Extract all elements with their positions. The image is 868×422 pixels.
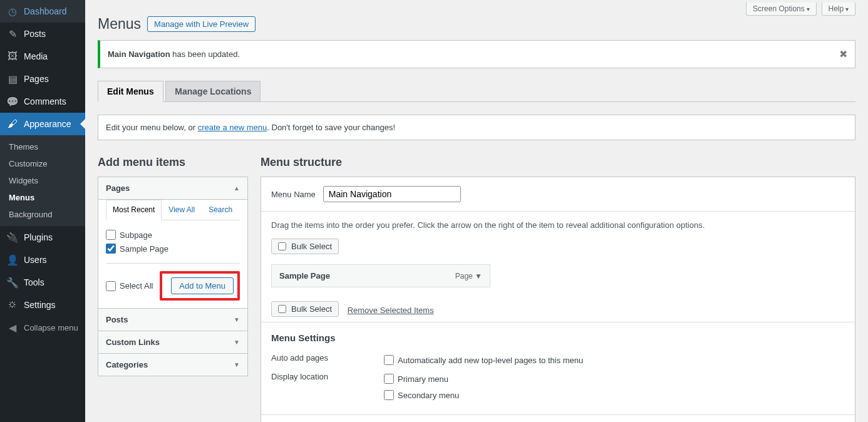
annotation-highlight: Add to Menu — [160, 271, 240, 301]
help-button[interactable]: Help — [822, 3, 855, 16]
nav-plugins[interactable]: 🔌Plugins — [0, 226, 85, 249]
nav-pages[interactable]: ▤Pages — [0, 68, 85, 90]
subtab-most-recent[interactable]: Most Recent — [106, 200, 162, 220]
admin-sidebar: ◷Dashboard ✎Posts 🖾Media ▤Pages 💬Comment… — [0, 0, 85, 422]
nav-tools[interactable]: 🔧Tools — [0, 271, 85, 294]
chevron-up-icon: ▲ — [234, 185, 240, 192]
collapse-icon: ◀ — [6, 321, 19, 334]
tools-icon: 🔧 — [6, 276, 19, 289]
comments-icon: 💬 — [6, 95, 19, 108]
location-primary-checkbox[interactable] — [384, 374, 394, 384]
accordion-pages-header[interactable]: Pages▲ — [98, 177, 247, 199]
page-title: Menus — [98, 16, 141, 33]
chevron-down-icon: ▼ — [234, 316, 240, 323]
subnav-customize[interactable]: Customize — [0, 155, 85, 172]
chevron-down-icon: ▼ — [234, 339, 240, 346]
location-secondary-checkbox[interactable] — [384, 390, 394, 400]
auto-add-label: Auto add pages — [271, 353, 384, 367]
menu-settings-title: Menu Settings — [271, 332, 845, 343]
dashboard-icon: ◷ — [6, 5, 19, 18]
subtab-view-all[interactable]: View All — [162, 200, 202, 220]
nav-tabs: Edit Menus Manage Locations — [98, 81, 855, 102]
menu-item-sample-page[interactable]: Sample Page Page ▼ — [271, 264, 490, 287]
pages-icon: ▤ — [6, 73, 19, 85]
accordion-pages: Pages▲ Most Recent View All Search Subpa… — [98, 177, 248, 309]
display-location-label: Display location — [271, 372, 384, 402]
media-icon: 🖾 — [6, 50, 19, 63]
nav-dashboard[interactable]: ◷Dashboard — [0, 0, 85, 23]
appearance-icon: 🖌 — [6, 118, 19, 130]
posts-icon: ✎ — [6, 28, 19, 40]
create-new-menu-link[interactable]: create a new menu — [198, 123, 267, 132]
subnav-menus[interactable]: Menus — [0, 189, 85, 206]
nav-appearance[interactable]: 🖌Appearance — [0, 113, 85, 135]
collapse-menu[interactable]: ◀Collapse menu — [0, 316, 85, 339]
tab-manage-locations[interactable]: Manage Locations — [165, 81, 261, 101]
remove-selected-link[interactable]: Remove Selected Items — [348, 306, 434, 315]
settings-icon: ⛭ — [6, 299, 19, 311]
menu-structure-panel: Menu Name Drag the items into the order … — [261, 177, 855, 422]
nav-users[interactable]: 👤Users — [0, 249, 85, 271]
page-checkbox-subpage[interactable] — [106, 230, 116, 240]
plugins-icon: 🔌 — [6, 231, 19, 244]
menu-structure-title: Menu structure — [261, 156, 855, 169]
nav-media[interactable]: 🖾Media — [0, 45, 85, 68]
bulk-select-top[interactable]: Bulk Select — [271, 239, 339, 254]
appearance-submenu: Themes Customize Widgets Menus Backgroun… — [0, 135, 85, 226]
accordion-categories[interactable]: Categories▼ — [98, 354, 248, 376]
select-all-checkbox[interactable] — [106, 281, 116, 291]
subtab-search[interactable]: Search — [202, 200, 239, 220]
chevron-down-icon[interactable]: ▼ — [475, 272, 482, 280]
tab-edit-menus[interactable]: Edit Menus — [98, 81, 163, 102]
menu-name-label: Menu Name — [271, 190, 316, 199]
manage-live-preview-button[interactable]: Manage with Live Preview — [147, 16, 256, 32]
dismiss-icon[interactable]: ✖ — [839, 48, 847, 60]
subnav-themes[interactable]: Themes — [0, 138, 85, 155]
menu-name-input[interactable] — [323, 186, 461, 202]
instruction: Edit your menu below, or create a new me… — [98, 115, 855, 140]
add-to-menu-button[interactable]: Add to Menu — [171, 277, 234, 294]
page-checkbox-sample-page[interactable] — [106, 244, 116, 254]
drag-instruction: Drag the items into the order you prefer… — [261, 212, 855, 234]
chevron-down-icon: ▼ — [234, 361, 240, 368]
nav-posts[interactable]: ✎Posts — [0, 23, 85, 45]
auto-add-checkbox[interactable] — [384, 355, 394, 365]
accordion-posts[interactable]: Posts▼ — [98, 309, 248, 331]
users-icon: 👤 — [6, 254, 19, 266]
nav-settings[interactable]: ⛭Settings — [0, 294, 85, 316]
screen-options-button[interactable]: Screen Options — [746, 3, 817, 16]
subnav-background[interactable]: Background — [0, 206, 85, 223]
nav-comments[interactable]: 💬Comments — [0, 90, 85, 113]
add-menu-items-title: Add menu items — [98, 156, 248, 169]
bulk-select-bottom[interactable]: Bulk Select — [271, 301, 339, 317]
subnav-widgets[interactable]: Widgets — [0, 172, 85, 189]
update-notice: Main Navigation has been updated. ✖ — [98, 40, 855, 68]
accordion-custom-links[interactable]: Custom Links▼ — [98, 331, 248, 354]
